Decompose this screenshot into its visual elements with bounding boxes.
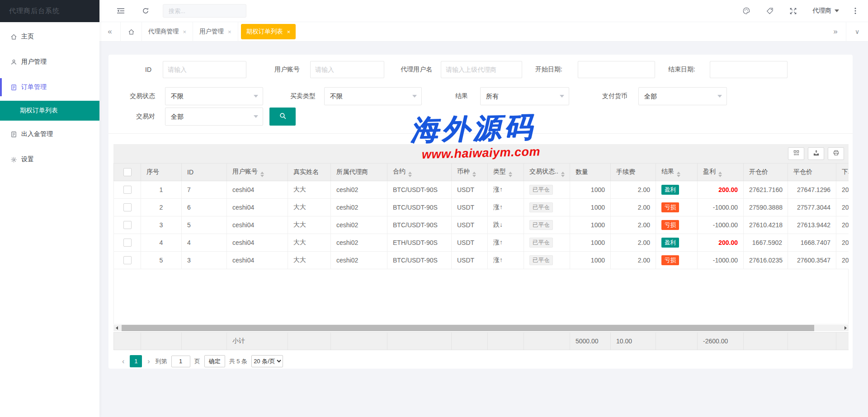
scroll-left-icon[interactable]	[113, 325, 120, 331]
select-all-checkbox[interactable]	[123, 168, 132, 176]
subtotal-cell-time	[836, 333, 849, 350]
print-button[interactable]	[828, 147, 844, 160]
sidebar-item-users[interactable]: 用户管理	[0, 50, 99, 74]
scroll-right-icon[interactable]	[842, 325, 849, 331]
search-button[interactable]	[269, 108, 296, 126]
column-header-open[interactable]: 开仓价	[744, 164, 788, 181]
column-header-id[interactable]: ID	[182, 164, 227, 181]
more-menu-icon[interactable]	[854, 7, 856, 14]
sidebar-item-settings[interactable]: 设置	[0, 148, 99, 171]
row-checkbox[interactable]	[123, 203, 132, 211]
sidebar-item-orders[interactable]: 订单管理	[0, 75, 99, 99]
result-badge: 盈利	[661, 185, 679, 195]
row-checkbox[interactable]	[123, 256, 132, 264]
sort-icon[interactable]	[561, 172, 565, 177]
tab-label: 代理商管理	[148, 28, 179, 36]
home-tab-icon[interactable]	[120, 22, 142, 41]
columns-button[interactable]	[788, 147, 804, 160]
cell-close: 27647.1296	[788, 181, 836, 199]
tab-1[interactable]: 代理商管理×	[142, 22, 193, 41]
table-row: 26ceshi04大大ceshi02BTC/USDT-90SUSDT涨↑已平仓1…	[114, 199, 849, 216]
prev-page-icon[interactable]: ‹	[121, 357, 126, 365]
result-badge: 盈利	[661, 238, 679, 248]
column-header-qty[interactable]: 数量	[570, 164, 611, 181]
current-page-button[interactable]: 1	[130, 355, 142, 367]
tab-3[interactable]: 期权订单列表×	[241, 24, 296, 39]
filter-select[interactable]: 全部	[638, 87, 727, 105]
column-header-result[interactable]: 结果	[656, 164, 698, 181]
agent-dropdown[interactable]: 代理商	[812, 7, 839, 15]
tabs-scroll-left-icon[interactable]: «	[99, 27, 120, 36]
column-header-account[interactable]: 用户账号	[227, 164, 288, 181]
tabs-menu-icon[interactable]: ∨	[846, 22, 868, 41]
column-header-profit[interactable]: 盈利	[698, 164, 744, 181]
confirm-page-button[interactable]: 确定	[204, 355, 225, 367]
column-header-type[interactable]: 类型	[488, 164, 524, 181]
tag-icon[interactable]	[766, 7, 774, 15]
agent-dropdown-label: 代理商	[812, 7, 831, 15]
row-checkbox[interactable]	[123, 239, 132, 247]
column-header-agent[interactable]: 所属代理商	[331, 164, 387, 181]
column-header-coin[interactable]: 币种	[452, 164, 488, 181]
collapse-sidebar-icon[interactable]	[117, 7, 125, 14]
horizontal-scrollbar[interactable]	[113, 325, 849, 331]
sidebar-item-label: 用户管理	[21, 58, 47, 66]
cell-account: ceshi04	[227, 199, 288, 216]
sort-icon[interactable]	[408, 172, 412, 177]
search-input[interactable]	[163, 8, 246, 14]
cell-contract: ETH/USDT-90S	[387, 234, 452, 252]
cell-agent: ceshi02	[331, 181, 387, 199]
theme-palette-icon[interactable]	[742, 7, 750, 15]
scrollbar-thumb[interactable]	[122, 325, 814, 331]
filter-select[interactable]: 全部	[165, 108, 263, 126]
next-page-icon[interactable]: ›	[146, 357, 151, 365]
row-checkbox[interactable]	[123, 186, 132, 194]
close-icon[interactable]: ×	[228, 28, 231, 35]
cell-fee: 2.00	[611, 234, 656, 252]
orders-table: 序号ID用户账号真实姓名所属代理商合约币种类型交易状态..数量手续费结果盈利开仓…	[113, 163, 849, 269]
close-icon[interactable]: ×	[183, 28, 187, 35]
page-size-select[interactable]: 20 条/页	[251, 355, 283, 367]
column-header-name[interactable]: 真实姓名	[288, 164, 331, 181]
sort-icon[interactable]	[260, 172, 264, 177]
sort-icon[interactable]	[472, 172, 476, 177]
column-header-contract[interactable]: 合约	[387, 164, 452, 181]
table-row: 53ceshi04大大ceshi02BTC/USDT-90SUSDT涨↑已平仓1…	[114, 252, 849, 269]
sort-icon[interactable]	[509, 172, 512, 177]
subtotal-cell-name	[288, 333, 331, 350]
cell-id: 7	[182, 181, 227, 199]
goto-page-input[interactable]	[171, 356, 190, 367]
export-button[interactable]	[808, 147, 824, 160]
sidebar-item-home[interactable]: 主页	[0, 25, 99, 48]
column-header-fee[interactable]: 手续费	[611, 164, 656, 181]
column-header-seq[interactable]: 序号	[141, 164, 182, 181]
filter-label: 买卖类型	[263, 92, 321, 100]
column-header-time[interactable]: 下单	[836, 164, 849, 181]
subtotal-cell-open	[744, 333, 788, 350]
cell-qty: 1000	[570, 234, 611, 252]
filter-select[interactable]: 不限	[165, 87, 263, 105]
tabs-scroll-right-icon[interactable]: »	[825, 27, 846, 36]
filter-input[interactable]	[578, 61, 655, 78]
filter-select[interactable]: 不限	[324, 87, 422, 105]
table-toolbar	[113, 144, 849, 163]
filter-input[interactable]	[710, 61, 788, 78]
filter-input[interactable]	[441, 61, 522, 78]
column-header-close[interactable]: 平仓价	[788, 164, 836, 181]
cell-status: 已平仓	[524, 199, 570, 216]
filter-input[interactable]	[163, 61, 246, 78]
refresh-icon[interactable]	[142, 7, 149, 14]
sort-icon[interactable]	[677, 172, 680, 177]
fullscreen-icon[interactable]	[789, 7, 797, 15]
column-header-status[interactable]: 交易状态..	[524, 164, 570, 181]
filter-input[interactable]	[310, 61, 384, 78]
sidebar-item-option-orders[interactable]: 期权订单列表	[0, 101, 99, 121]
result-badge: 亏损	[661, 202, 679, 212]
tab-2[interactable]: 用户管理×	[193, 22, 238, 41]
chevron-down-icon	[254, 115, 258, 118]
row-checkbox[interactable]	[123, 221, 132, 229]
sort-icon[interactable]	[718, 172, 722, 177]
close-icon[interactable]: ×	[287, 28, 291, 35]
filter-select[interactable]: 所有	[480, 87, 569, 105]
sidebar-item-funds[interactable]: 出入金管理	[0, 122, 99, 146]
